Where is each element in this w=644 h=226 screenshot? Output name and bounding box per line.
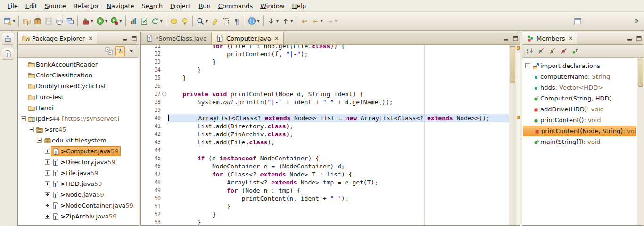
- menu-project[interactable]: Project: [166, 1, 195, 11]
- dropdown-arrow-icon[interactable]: ▼: [257, 19, 259, 23]
- member-item[interactable]: addDrive(HDD) : void: [522, 104, 637, 115]
- annotation-mark[interactable]: [517, 46, 520, 50]
- print-button[interactable]: [54, 15, 65, 28]
- menu-edit[interactable]: Edit: [22, 1, 41, 11]
- member-item[interactable]: printContent(Node, String) : void: [523, 126, 636, 136]
- code-text[interactable]: for (Class<? extends Node> T : list) {: [168, 170, 509, 178]
- menu-source[interactable]: Source: [41, 1, 70, 11]
- expand-icon[interactable]: [44, 170, 51, 176]
- code-line-48[interactable]: 48 ArrayList<? extends Node> tmp = e.get…: [141, 178, 509, 186]
- code-line-42[interactable]: 42 list.add(ZipArchiv.class);: [141, 130, 509, 138]
- hide-non-public-members-button[interactable]: [559, 46, 569, 56]
- hide-static-members-button[interactable]: s: [547, 46, 557, 56]
- code-line-39[interactable]: 39: [141, 106, 509, 114]
- code-line-53[interactable]: 53 }: [141, 218, 509, 225]
- menu-run[interactable]: Run: [195, 1, 215, 11]
- expand-icon[interactable]: [44, 192, 51, 197]
- link-with-editor-button[interactable]: [115, 46, 125, 56]
- previous-annotation-button[interactable]: ▼: [280, 15, 294, 28]
- tree-item[interactable]: Hanoi: [18, 102, 139, 113]
- code-text[interactable]: list.add(File.class);: [168, 138, 509, 146]
- collapse-icon[interactable]: [28, 127, 35, 132]
- maximize-editor-button[interactable]: [511, 32, 520, 44]
- code-line-49[interactable]: 49 for (Node n : tmp) {: [141, 186, 509, 194]
- tree-item[interactable]: J> NodeContainer.java 59: [18, 200, 139, 211]
- toolbar-overflow-chevron[interactable]: »: [632, 17, 642, 26]
- hide-fields-button[interactable]: [536, 46, 546, 56]
- menu-search[interactable]: Search: [138, 1, 167, 11]
- dropdown-arrow-icon[interactable]: ▼: [105, 19, 107, 23]
- dropdown-arrow-icon[interactable]: ▼: [290, 19, 293, 23]
- block-selection-button[interactable]: [220, 15, 231, 28]
- perspective-switcher-button[interactable]: [573, 15, 584, 28]
- view-menu-button[interactable]: [126, 46, 136, 56]
- scrollbar-thumb[interactable]: [638, 59, 643, 87]
- member-item[interactable]: computerName : String: [522, 71, 637, 82]
- tree-item[interactable]: J> HDD.java 59: [18, 178, 139, 189]
- editor-vertical-scrollbar[interactable]: [509, 45, 516, 225]
- expand-icon[interactable]: [44, 181, 51, 186]
- dropdown-arrow-icon[interactable]: ▼: [321, 19, 323, 23]
- package-explorer-view-tab[interactable]: Package Explorer ×: [18, 32, 97, 44]
- dropdown-arrow-icon[interactable]: ▼: [335, 19, 337, 23]
- code-text[interactable]: }: [168, 58, 509, 66]
- code-text[interactable]: list.add(ZipArchiv.class);: [168, 130, 509, 138]
- code-line-40[interactable]: 40 ArrayList<Class<? extends Node>> list…: [141, 114, 509, 122]
- code-line-41[interactable]: 41 list.add(Directory.class);: [141, 122, 509, 130]
- dropdown-arrow-icon[interactable]: ▼: [13, 19, 15, 23]
- code-text[interactable]: for (File f : hdd.get(File.class)) {: [168, 45, 509, 50]
- code-line-46[interactable]: 46 NodeContainer e = (NodeContainer) d;: [141, 162, 509, 170]
- expand-icon[interactable]: [44, 214, 51, 219]
- annotation-mark[interactable]: [517, 116, 520, 119]
- new-package-button[interactable]: [32, 15, 43, 28]
- minimize-editor-button[interactable]: [501, 32, 511, 44]
- maximize-view-button[interactable]: [634, 32, 644, 44]
- expand-icon[interactable]: [524, 63, 531, 68]
- external-tools-button[interactable]: ▼: [80, 15, 94, 28]
- code-text[interactable]: }: [168, 66, 509, 74]
- members-scrollbar[interactable]: [637, 58, 644, 225]
- quick-fix-button[interactable]: [180, 15, 190, 28]
- fold-ruler[interactable]: [161, 90, 168, 98]
- tree-item[interactable]: J> Directory.java 59: [18, 157, 139, 167]
- collapse-icon[interactable]: [36, 138, 43, 143]
- member-item[interactable]: smain(String[]) : void: [522, 136, 637, 147]
- code-text[interactable]: list.add(Directory.class);: [168, 122, 509, 130]
- sort-button[interactable]: az: [525, 46, 535, 56]
- back-button[interactable]: ←▼: [310, 15, 324, 28]
- code-line-52[interactable]: 52 }: [141, 210, 509, 218]
- overview-ruler[interactable]: [516, 45, 520, 225]
- minimize-view-button[interactable]: [120, 32, 129, 44]
- run-last-button[interactable]: ▼: [109, 15, 123, 28]
- menu-file[interactable]: File: [4, 1, 22, 11]
- tree-item[interactable]: > src 45: [18, 124, 139, 135]
- code-text[interactable]: ArrayList<Class<? extends Node>> list = …: [168, 114, 509, 122]
- close-tab-icon[interactable]: ×: [273, 35, 279, 42]
- code-line-31[interactable]: 31 for (File f : hdd.get(File.class)) {: [141, 45, 509, 50]
- code-line-34[interactable]: 34 }: [141, 66, 509, 74]
- open-console-button[interactable]: [65, 15, 75, 28]
- code-text[interactable]: [168, 146, 509, 154]
- code-text[interactable]: private void printContent(Node d, String…: [168, 90, 509, 98]
- dropdown-arrow-icon[interactable]: ▼: [276, 19, 279, 23]
- expand-icon[interactable]: [44, 203, 51, 208]
- code-text[interactable]: System.out.println("|-" + ident + " " + …: [168, 98, 509, 106]
- code-text[interactable]: ArrayList<? extends Node> tmp = e.get(T)…: [168, 178, 509, 186]
- expand-icon[interactable]: [44, 159, 51, 165]
- members-view-tab[interactable]: Members ×: [522, 32, 577, 44]
- editor-tab-computer-java[interactable]: JComputer.java×: [212, 32, 284, 44]
- new-java-project-button[interactable]: J: [21, 15, 32, 28]
- dropdown-arrow-icon[interactable]: ▼: [119, 19, 122, 23]
- code-text[interactable]: printContent(n, ident + "-");: [168, 194, 509, 202]
- tree-item[interactable]: J> ZipArchiv.java 59: [18, 211, 139, 222]
- refresh-button[interactable]: ▼: [150, 15, 164, 28]
- menu-help[interactable]: Help: [289, 1, 310, 11]
- tree-item[interactable]: J> Computer.java 59: [18, 146, 139, 157]
- forward-button[interactable]: →▼: [324, 15, 339, 28]
- maximize-view-button[interactable]: [129, 32, 139, 44]
- restore-minimized-view-button[interactable]: [2, 33, 14, 45]
- code-line-32[interactable]: 32 printContent(f, "|-");: [141, 50, 509, 58]
- code-line-33[interactable]: 33 }: [141, 58, 509, 66]
- menu-refactor[interactable]: Refactor: [70, 1, 103, 11]
- member-item[interactable]: hdds : Vector<HDD>: [522, 82, 637, 93]
